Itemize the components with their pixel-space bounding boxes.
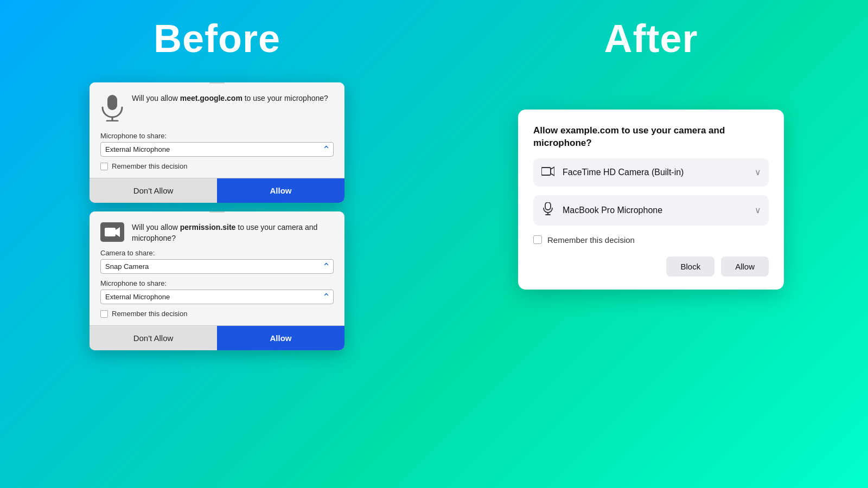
mic-select-wrap-2: External Microphone ⌃ xyxy=(100,290,334,304)
after-title: After xyxy=(604,16,698,61)
old-dialog-2: Will you allow permission.site to use yo… xyxy=(90,211,344,350)
old-dialog-2-header: Will you allow permission.site to use yo… xyxy=(100,222,334,243)
remember-row-1: Remember this decision xyxy=(100,162,334,170)
cam-icon xyxy=(100,222,124,242)
mic-icon xyxy=(100,94,124,126)
before-dialogs: Will you allow meet.google.com to use yo… xyxy=(90,82,344,350)
old-dialog-2-buttons: Don't Allow Allow xyxy=(90,325,344,350)
mic-select-2[interactable]: External Microphone xyxy=(100,290,334,304)
before-section: Before Will you allow meet. xyxy=(0,0,434,488)
new-remember-checkbox[interactable] xyxy=(533,235,542,244)
mic-device-row[interactable]: MacBook Pro Microphone ∨ xyxy=(533,195,769,226)
domain-1: meet.google.com xyxy=(180,94,242,102)
cam-field-group: Camera to share: Snap Camera ⌃ xyxy=(100,249,334,274)
mic-field-group-1: Microphone to share: External Microphone… xyxy=(100,132,334,157)
remember-checkbox-1[interactable] xyxy=(100,163,108,170)
old-dialog-1-buttons: Don't Allow Allow xyxy=(90,178,344,203)
old-dialog-2-text: Will you allow permission.site to use yo… xyxy=(132,222,334,243)
cam-select[interactable]: Snap Camera xyxy=(100,259,334,274)
remember-label-1: Remember this decision xyxy=(112,162,187,170)
svg-marker-4 xyxy=(116,227,120,237)
cam-label: Camera to share: xyxy=(100,249,334,257)
remember-label-2: Remember this decision xyxy=(112,310,187,318)
block-button[interactable]: Block xyxy=(666,256,714,277)
mic-select-wrap-1: External Microphone ⌃ xyxy=(100,142,334,157)
mic-label-2: Microphone to share: xyxy=(100,279,334,287)
mic-device-icon xyxy=(541,202,555,219)
svg-rect-5 xyxy=(541,168,551,175)
domain-2: permission.site xyxy=(180,223,236,232)
after-section: After Allow example.com to use your came… xyxy=(434,0,868,488)
camera-device-icon xyxy=(541,165,555,179)
cam-select-wrap: Snap Camera ⌃ xyxy=(100,259,334,274)
mic-label-1: Microphone to share: xyxy=(100,132,334,140)
new-allow-button[interactable]: Allow xyxy=(721,256,769,277)
old-dialog-2-body: Will you allow permission.site to use yo… xyxy=(90,211,344,325)
new-remember-label: Remember this decision xyxy=(547,235,635,245)
allow-btn-2[interactable]: Allow xyxy=(217,326,344,350)
mic-select-1[interactable]: External Microphone xyxy=(100,142,334,157)
new-dialog: Allow example.com to use your camera and… xyxy=(518,110,784,290)
allow-btn-1[interactable]: Allow xyxy=(217,178,344,203)
old-dialog-1-text: Will you allow meet.google.com to use yo… xyxy=(132,93,328,104)
new-remember-row: Remember this decision xyxy=(533,234,769,246)
dont-allow-btn-1[interactable]: Don't Allow xyxy=(90,178,217,203)
new-dialog-title: Allow example.com to use your camera and… xyxy=(533,125,769,150)
old-dialog-1-header: Will you allow meet.google.com to use yo… xyxy=(100,93,334,126)
svg-marker-6 xyxy=(551,167,554,176)
remember-checkbox-2[interactable] xyxy=(100,310,108,318)
after-area: Allow example.com to use your camera and… xyxy=(518,110,784,290)
svg-rect-3 xyxy=(105,228,116,236)
mic-chevron-icon: ∨ xyxy=(755,205,761,215)
camera-device-row[interactable]: FaceTime HD Camera (Built-in) ∨ xyxy=(533,158,769,187)
before-title: Before xyxy=(154,16,280,61)
camera-device-name: FaceTime HD Camera (Built-in) xyxy=(563,168,747,177)
new-dialog-buttons: Block Allow xyxy=(533,256,769,277)
old-dialog-1-body: Will you allow meet.google.com to use yo… xyxy=(90,82,344,178)
dont-allow-btn-2[interactable]: Don't Allow xyxy=(90,326,217,350)
camera-chevron-icon: ∨ xyxy=(755,167,761,177)
svg-rect-7 xyxy=(545,202,551,210)
svg-rect-0 xyxy=(107,95,117,110)
remember-row-2: Remember this decision xyxy=(100,310,334,318)
old-dialog-1: Will you allow meet.google.com to use yo… xyxy=(90,82,344,203)
mic-device-name: MacBook Pro Microphone xyxy=(563,206,747,215)
mic-field-group-2: Microphone to share: External Microphone… xyxy=(100,279,334,304)
